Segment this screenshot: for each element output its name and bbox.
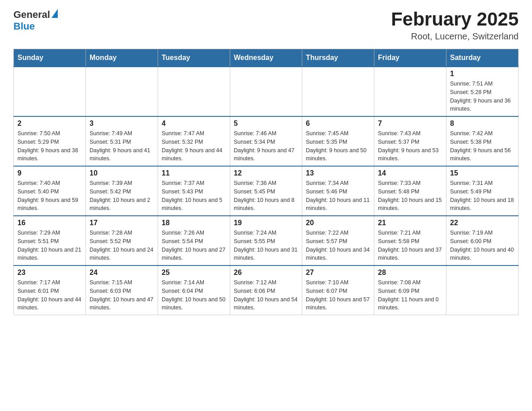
- day-info: Sunrise: 7:39 AMSunset: 5:42 PMDaylight:…: [90, 179, 154, 213]
- day-info: Sunrise: 7:14 AMSunset: 6:04 PMDaylight:…: [162, 278, 226, 312]
- day-number: 8: [450, 120, 515, 128]
- calendar-table: SundayMondayTuesdayWednesdayThursdayFrid…: [13, 49, 519, 315]
- page-title: February 2025: [391, 9, 519, 30]
- calendar-header-monday: Monday: [86, 49, 158, 67]
- logo-text-blue: Blue: [13, 21, 35, 32]
- day-cell: [302, 67, 374, 116]
- day-info: Sunrise: 7:37 AMSunset: 5:43 PMDaylight:…: [162, 179, 226, 213]
- day-cell: 7Sunrise: 7:43 AMSunset: 5:37 PMDaylight…: [374, 116, 446, 166]
- calendar-header-wednesday: Wednesday: [230, 49, 302, 67]
- day-cell: [446, 265, 519, 315]
- day-cell: 15Sunrise: 7:31 AMSunset: 5:49 PMDayligh…: [446, 166, 519, 216]
- day-cell: 17Sunrise: 7:28 AMSunset: 5:52 PMDayligh…: [86, 216, 158, 265]
- day-number: 14: [378, 169, 442, 177]
- page-subtitle: Root, Lucerne, Switzerland: [391, 31, 519, 42]
- day-cell: 21Sunrise: 7:21 AMSunset: 5:58 PMDayligh…: [374, 216, 446, 265]
- day-info: Sunrise: 7:46 AMSunset: 5:34 PMDaylight:…: [234, 129, 298, 163]
- day-cell: 4Sunrise: 7:47 AMSunset: 5:32 PMDaylight…: [158, 116, 230, 166]
- day-info: Sunrise: 7:33 AMSunset: 5:48 PMDaylight:…: [378, 179, 442, 213]
- day-cell: 1Sunrise: 7:51 AMSunset: 5:28 PMDaylight…: [446, 67, 519, 116]
- logo-triangle-icon: [51, 9, 58, 18]
- day-number: 1: [450, 70, 515, 78]
- day-info: Sunrise: 7:34 AMSunset: 5:46 PMDaylight:…: [306, 179, 370, 213]
- day-cell: [14, 67, 86, 116]
- day-info: Sunrise: 7:47 AMSunset: 5:32 PMDaylight:…: [162, 129, 226, 163]
- day-number: 18: [162, 219, 226, 227]
- title-section: February 2025 Root, Lucerne, Switzerland: [391, 9, 519, 42]
- week-row-2: 2Sunrise: 7:50 AMSunset: 5:29 PMDaylight…: [14, 116, 519, 166]
- day-cell: 28Sunrise: 7:08 AMSunset: 6:09 PMDayligh…: [374, 265, 446, 315]
- day-info: Sunrise: 7:29 AMSunset: 5:51 PMDaylight:…: [17, 229, 82, 262]
- day-cell: 19Sunrise: 7:24 AMSunset: 5:55 PMDayligh…: [230, 216, 302, 265]
- week-row-1: 1Sunrise: 7:51 AMSunset: 5:28 PMDaylight…: [14, 67, 519, 116]
- day-info: Sunrise: 7:19 AMSunset: 6:00 PMDaylight:…: [450, 229, 515, 262]
- day-info: Sunrise: 7:50 AMSunset: 5:29 PMDaylight:…: [17, 129, 82, 163]
- day-info: Sunrise: 7:36 AMSunset: 5:45 PMDaylight:…: [234, 179, 298, 213]
- logo-text-general: General: [13, 9, 50, 21]
- day-number: 23: [17, 269, 82, 277]
- day-info: Sunrise: 7:28 AMSunset: 5:52 PMDaylight:…: [90, 229, 154, 262]
- day-info: Sunrise: 7:51 AMSunset: 5:28 PMDaylight:…: [450, 80, 515, 113]
- calendar-header-tuesday: Tuesday: [158, 49, 230, 67]
- day-cell: 11Sunrise: 7:37 AMSunset: 5:43 PMDayligh…: [158, 166, 230, 216]
- calendar-header-friday: Friday: [374, 49, 446, 67]
- logo: General Blue: [13, 9, 58, 32]
- day-cell: [158, 67, 230, 116]
- day-number: 13: [306, 169, 370, 177]
- day-number: 4: [162, 120, 226, 128]
- calendar-header-sunday: Sunday: [14, 49, 86, 67]
- day-number: 21: [378, 219, 442, 227]
- day-number: 17: [90, 219, 154, 227]
- week-row-5: 23Sunrise: 7:17 AMSunset: 6:01 PMDayligh…: [14, 265, 519, 315]
- day-number: 15: [450, 169, 515, 177]
- week-row-3: 9Sunrise: 7:40 AMSunset: 5:40 PMDaylight…: [14, 166, 519, 216]
- day-cell: 2Sunrise: 7:50 AMSunset: 5:29 PMDaylight…: [14, 116, 86, 166]
- day-cell: 3Sunrise: 7:49 AMSunset: 5:31 PMDaylight…: [86, 116, 158, 166]
- day-cell: 18Sunrise: 7:26 AMSunset: 5:54 PMDayligh…: [158, 216, 230, 265]
- day-cell: [230, 67, 302, 116]
- day-number: 7: [378, 120, 442, 128]
- day-number: 26: [234, 269, 298, 277]
- day-number: 12: [234, 169, 298, 177]
- day-info: Sunrise: 7:40 AMSunset: 5:40 PMDaylight:…: [17, 179, 82, 213]
- day-cell: 27Sunrise: 7:10 AMSunset: 6:07 PMDayligh…: [302, 265, 374, 315]
- day-cell: 13Sunrise: 7:34 AMSunset: 5:46 PMDayligh…: [302, 166, 374, 216]
- day-number: 3: [90, 120, 154, 128]
- day-info: Sunrise: 7:15 AMSunset: 6:03 PMDaylight:…: [90, 278, 154, 312]
- calendar-header-row: SundayMondayTuesdayWednesdayThursdayFrid…: [14, 49, 519, 67]
- day-number: 5: [234, 120, 298, 128]
- day-cell: 5Sunrise: 7:46 AMSunset: 5:34 PMDaylight…: [230, 116, 302, 166]
- calendar-header-saturday: Saturday: [446, 49, 519, 67]
- day-number: 10: [90, 169, 154, 177]
- day-number: 19: [234, 219, 298, 227]
- day-info: Sunrise: 7:43 AMSunset: 5:37 PMDaylight:…: [378, 129, 442, 163]
- day-number: 16: [17, 219, 82, 227]
- day-number: 25: [162, 269, 226, 277]
- day-cell: 22Sunrise: 7:19 AMSunset: 6:00 PMDayligh…: [446, 216, 519, 265]
- day-cell: 6Sunrise: 7:45 AMSunset: 5:35 PMDaylight…: [302, 116, 374, 166]
- day-info: Sunrise: 7:26 AMSunset: 5:54 PMDaylight:…: [162, 229, 226, 262]
- day-info: Sunrise: 7:10 AMSunset: 6:07 PMDaylight:…: [306, 278, 370, 312]
- day-info: Sunrise: 7:24 AMSunset: 5:55 PMDaylight:…: [234, 229, 298, 262]
- day-cell: 23Sunrise: 7:17 AMSunset: 6:01 PMDayligh…: [14, 265, 86, 315]
- day-number: 6: [306, 120, 370, 128]
- week-row-4: 16Sunrise: 7:29 AMSunset: 5:51 PMDayligh…: [14, 216, 519, 265]
- day-cell: 25Sunrise: 7:14 AMSunset: 6:04 PMDayligh…: [158, 265, 230, 315]
- day-cell: 20Sunrise: 7:22 AMSunset: 5:57 PMDayligh…: [302, 216, 374, 265]
- day-number: 9: [17, 169, 82, 177]
- day-cell: 9Sunrise: 7:40 AMSunset: 5:40 PMDaylight…: [14, 166, 86, 216]
- day-number: 20: [306, 219, 370, 227]
- day-info: Sunrise: 7:12 AMSunset: 6:06 PMDaylight:…: [234, 278, 298, 312]
- day-number: 22: [450, 219, 515, 227]
- day-cell: 16Sunrise: 7:29 AMSunset: 5:51 PMDayligh…: [14, 216, 86, 265]
- day-info: Sunrise: 7:42 AMSunset: 5:38 PMDaylight:…: [450, 129, 515, 163]
- day-info: Sunrise: 7:22 AMSunset: 5:57 PMDaylight:…: [306, 229, 370, 262]
- day-info: Sunrise: 7:21 AMSunset: 5:58 PMDaylight:…: [378, 229, 442, 262]
- day-number: 27: [306, 269, 370, 277]
- day-info: Sunrise: 7:45 AMSunset: 5:35 PMDaylight:…: [306, 129, 370, 163]
- day-info: Sunrise: 7:31 AMSunset: 5:49 PMDaylight:…: [450, 179, 515, 213]
- day-cell: 26Sunrise: 7:12 AMSunset: 6:06 PMDayligh…: [230, 265, 302, 315]
- day-cell: 8Sunrise: 7:42 AMSunset: 5:38 PMDaylight…: [446, 116, 519, 166]
- day-cell: [86, 67, 158, 116]
- day-number: 11: [162, 169, 226, 177]
